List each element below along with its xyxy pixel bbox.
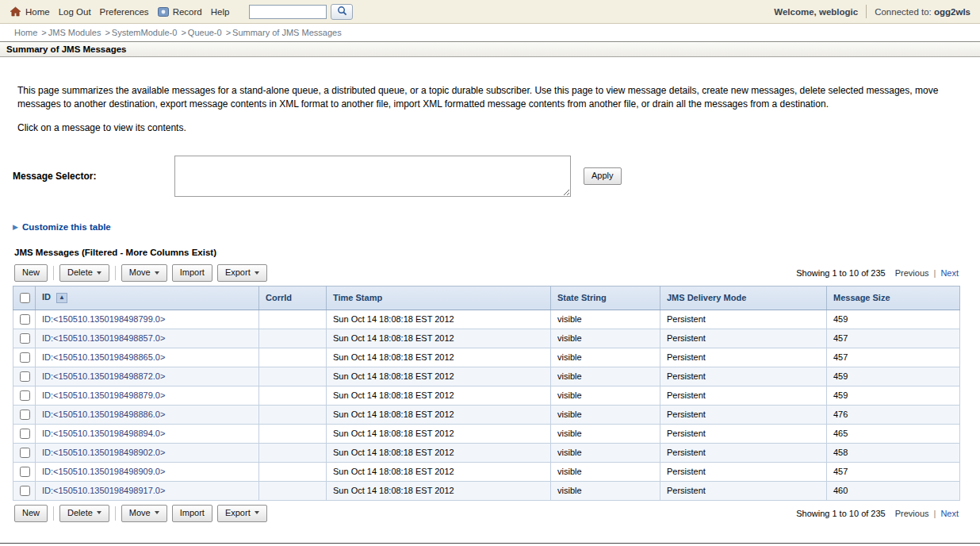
timestamp-cell: Sun Oct 14 18:08:18 EST 2012	[327, 424, 551, 443]
size-cell: 459	[827, 386, 960, 405]
sort-ascending-icon[interactable]: ▲	[56, 293, 67, 303]
message-id-link[interactable]: ID:<150510.1350198498872.0>	[42, 371, 165, 381]
help-link[interactable]: Help	[211, 7, 230, 17]
next-link[interactable]: Next	[940, 268, 959, 278]
corrid-cell	[259, 367, 327, 386]
home-link[interactable]: Home	[25, 7, 50, 17]
message-id-link[interactable]: ID:<150510.1350198498909.0>	[42, 467, 165, 476]
logout-link[interactable]: Log Out	[59, 7, 91, 17]
message-id-link[interactable]: ID:<150510.1350198498894.0>	[42, 429, 165, 438]
breadcrumb-jms-modules[interactable]: JMS Modules	[48, 28, 101, 37]
breadcrumb-home[interactable]: Home	[14, 28, 37, 37]
table-row: ID:<150510.1350198498857.0> Sun Oct 14 1…	[13, 329, 960, 348]
next-link[interactable]: Next	[940, 509, 959, 518]
home-icon[interactable]	[10, 6, 21, 17]
table-title: JMS Messages (Filtered - More Columns Ex…	[14, 248, 960, 257]
column-header-id[interactable]: ID▲	[36, 286, 259, 310]
new-button[interactable]: New	[14, 264, 48, 282]
main-content: This page summarizes the available messa…	[0, 57, 980, 543]
pagination-summary: Showing 1 to 10 of 235	[796, 509, 886, 518]
table-row: ID:<150510.1350198498902.0> Sun Oct 14 1…	[13, 443, 960, 462]
breadcrumb-systemmodule[interactable]: SystemModule-0	[112, 28, 178, 37]
size-cell: 457	[827, 462, 960, 481]
size-cell: 476	[827, 405, 960, 424]
message-id-link[interactable]: ID:<150510.1350198498917.0>	[42, 486, 165, 495]
message-id-link[interactable]: ID:<150510.1350198498879.0>	[42, 390, 165, 400]
button-group-separator	[115, 266, 116, 280]
column-header-state[interactable]: State String	[551, 286, 660, 310]
state-cell: visible	[551, 481, 660, 500]
new-button[interactable]: New	[14, 505, 48, 522]
breadcrumb-separator: >	[226, 28, 231, 37]
import-button[interactable]: Import	[172, 264, 212, 282]
table-toolbar-top: New Delete Move Import Export Showing 1 …	[13, 260, 960, 286]
row-checkbox[interactable]	[20, 314, 30, 325]
row-checkbox[interactable]	[20, 467, 30, 477]
message-id-link[interactable]: ID:<150510.1350198498799.0>	[42, 314, 165, 324]
row-checkbox[interactable]	[20, 448, 30, 458]
mode-cell: Persistent	[660, 462, 827, 481]
column-header-mode[interactable]: JMS Delivery Mode	[660, 286, 827, 310]
breadcrumb-queue[interactable]: Queue-0	[188, 28, 222, 37]
delete-button-label: Delete	[67, 267, 93, 279]
preferences-link[interactable]: Preferences	[100, 7, 149, 17]
column-header-size[interactable]: Message Size	[827, 286, 960, 310]
delete-button[interactable]: Delete	[59, 264, 109, 282]
new-button-label: New	[22, 267, 40, 279]
row-checkbox[interactable]	[20, 390, 30, 401]
export-button[interactable]: Export	[217, 505, 267, 522]
message-id-link[interactable]: ID:<150510.1350198498857.0>	[42, 333, 165, 343]
column-header-corrid[interactable]: CorrId	[259, 286, 327, 310]
row-checkbox[interactable]	[20, 333, 30, 344]
delete-button[interactable]: Delete	[59, 505, 109, 522]
import-button-label: Import	[180, 507, 205, 519]
corrid-cell	[259, 348, 327, 367]
corrid-cell	[259, 424, 327, 443]
row-checkbox[interactable]	[20, 371, 30, 382]
message-id-link[interactable]: ID:<150510.1350198498902.0>	[42, 448, 165, 457]
size-cell: 460	[827, 481, 960, 500]
message-selector-row: Message Selector: Apply	[13, 156, 960, 197]
pagination-divider: |	[934, 509, 936, 518]
table-toolbar-bottom: New Delete Move Import Export Showing 1 …	[13, 501, 960, 526]
state-cell: visible	[551, 310, 660, 329]
select-all-header[interactable]	[13, 286, 36, 310]
message-id-link[interactable]: ID:<150510.1350198498886.0>	[42, 410, 165, 419]
row-checkbox[interactable]	[20, 410, 30, 420]
search-input[interactable]	[249, 5, 327, 19]
move-button[interactable]: Move	[121, 264, 167, 282]
connected-value: ogg2wls	[934, 7, 970, 17]
export-button[interactable]: Export	[217, 264, 267, 282]
column-header-timestamp[interactable]: Time Stamp	[327, 286, 551, 310]
pagination: Showing 1 to 10 of 235 Previous | Next	[796, 509, 959, 518]
corrid-cell	[259, 462, 327, 481]
row-select-cell	[13, 348, 36, 367]
row-checkbox[interactable]	[20, 352, 30, 363]
import-button[interactable]: Import	[172, 505, 212, 522]
table-row: ID:<150510.1350198498886.0> Sun Oct 14 1…	[13, 405, 960, 424]
row-select-cell	[13, 481, 36, 500]
topbar-divider	[866, 5, 867, 18]
move-button-label: Move	[129, 507, 151, 519]
search-button[interactable]	[331, 4, 353, 20]
row-checkbox[interactable]	[20, 486, 30, 496]
mode-cell: Persistent	[660, 424, 827, 443]
button-group-separator	[115, 506, 116, 521]
corrid-cell	[259, 310, 327, 329]
row-checkbox[interactable]	[20, 429, 30, 439]
breadcrumb: Home>JMS Modules>SystemModule-0>Queue-0>…	[0, 24, 980, 41]
message-id-link[interactable]: ID:<150510.1350198498865.0>	[42, 352, 165, 362]
apply-button[interactable]: Apply	[584, 167, 622, 185]
row-select-cell	[13, 386, 36, 405]
record-link[interactable]: Record	[173, 7, 202, 17]
message-selector-input[interactable]	[174, 156, 571, 197]
move-button[interactable]: Move	[121, 505, 167, 522]
corrid-cell	[259, 443, 327, 462]
pagination: Showing 1 to 10 of 235 Previous | Next	[796, 268, 959, 278]
previous-link: Previous	[895, 509, 929, 518]
row-select-cell	[13, 310, 36, 329]
customize-table-link[interactable]: Customize this table	[22, 222, 111, 232]
select-all-checkbox[interactable]	[20, 293, 30, 303]
breadcrumb-separator: >	[181, 28, 186, 37]
size-cell: 459	[827, 310, 960, 329]
